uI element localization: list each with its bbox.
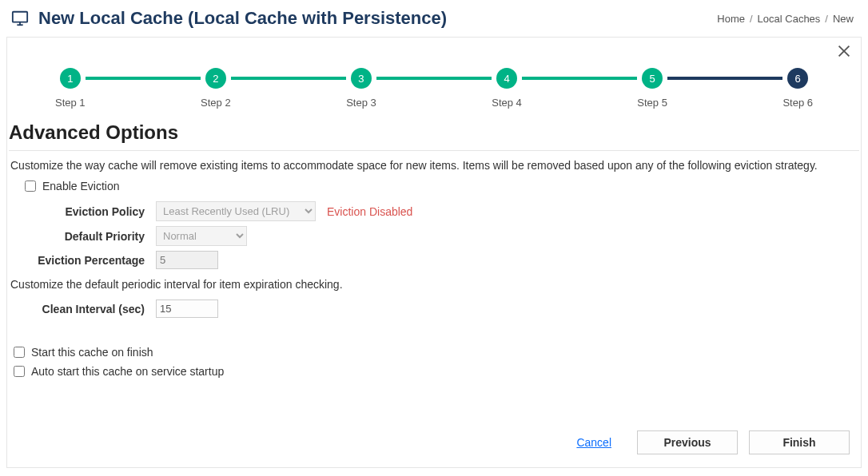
step-label: Step 3: [346, 97, 376, 109]
svg-rect-0: [13, 12, 27, 22]
step-label: Step 2: [201, 97, 231, 109]
finish-button[interactable]: Finish: [749, 430, 850, 454]
cancel-link[interactable]: Cancel: [576, 436, 611, 449]
step-6[interactable]: 6 Step 6: [782, 68, 813, 109]
eviction-policy-select[interactable]: Least Recently Used (LRU): [156, 201, 316, 221]
enable-eviction-row[interactable]: Enable Eviction: [10, 178, 858, 199]
step-connector: [376, 77, 492, 80]
form-content: Customize the way cache will remove exis…: [7, 159, 861, 383]
step-circle: 3: [351, 68, 372, 89]
breadcrumb-separator: /: [750, 13, 753, 25]
default-priority-label: Default Priority: [10, 230, 156, 243]
clean-interval-row: Clean Interval (sec): [10, 297, 858, 320]
step-5[interactable]: 5 Step 5: [637, 68, 667, 109]
breadcrumb: Home / Local Caches / New: [717, 13, 854, 25]
page-title: New Local Cache (Local Cache with Persis…: [38, 8, 447, 29]
step-label: Step 6: [782, 97, 813, 109]
breadcrumb-new: New: [833, 13, 854, 25]
step-2[interactable]: 2 Step 2: [201, 68, 231, 109]
start-on-finish-row[interactable]: Start this cache on finish: [10, 344, 858, 363]
section-title: Advanced Options: [9, 117, 859, 150]
start-on-finish-checkbox[interactable]: [14, 347, 25, 358]
eviction-description: Customize the way cache will remove exis…: [10, 159, 858, 172]
step-connector: [231, 77, 346, 80]
step-circle: 6: [787, 68, 808, 89]
start-on-finish-label: Start this cache on finish: [31, 346, 153, 359]
step-4[interactable]: 4 Step 4: [492, 68, 522, 109]
breadcrumb-home[interactable]: Home: [717, 13, 745, 25]
eviction-percentage-input[interactable]: [156, 251, 218, 269]
step-connector: [522, 77, 637, 80]
eviction-policy-row: Eviction Policy Least Recently Used (LRU…: [10, 199, 858, 224]
eviction-percentage-row: Eviction Percentage: [10, 248, 858, 272]
default-priority-select[interactable]: Normal: [156, 226, 247, 246]
clean-interval-input[interactable]: [156, 299, 218, 318]
monitor-icon: [11, 10, 29, 27]
step-circle: 5: [642, 68, 663, 89]
enable-eviction-label: Enable Eviction: [42, 180, 120, 192]
clean-interval-description: Customize the default periodic interval …: [10, 278, 858, 291]
auto-start-label: Auto start this cache on service startup: [31, 365, 224, 378]
step-connector: [86, 77, 201, 80]
close-button[interactable]: [835, 42, 853, 62]
eviction-percentage-label: Eviction Percentage: [10, 254, 156, 267]
step-circle: 2: [205, 68, 226, 89]
eviction-disabled-warning: Eviction Disabled: [327, 205, 412, 218]
enable-eviction-checkbox[interactable]: [25, 180, 36, 192]
step-circle: 4: [496, 68, 517, 89]
page-header: New Local Cache (Local Cache with Persis…: [0, 0, 868, 37]
step-3[interactable]: 3 Step 3: [346, 68, 376, 109]
step-1[interactable]: 1 Step 1: [55, 68, 86, 109]
step-connector: [667, 77, 782, 80]
step-circle: 1: [60, 68, 81, 89]
default-priority-row: Default Priority Normal: [10, 224, 858, 248]
eviction-policy-label: Eviction Policy: [10, 205, 156, 218]
breadcrumb-separator: /: [825, 13, 828, 25]
wizard-stepper: 1 Step 1 2 Step 2 3 Step 3 4 Step 4 5 St…: [7, 44, 861, 117]
auto-start-row[interactable]: Auto start this cache on service startup: [10, 363, 858, 383]
step-label: Step 4: [492, 97, 522, 109]
clean-interval-label: Clean Interval (sec): [10, 303, 156, 315]
breadcrumb-local-caches[interactable]: Local Caches: [758, 13, 821, 25]
wizard-panel: 1 Step 1 2 Step 2 3 Step 3 4 Step 4 5 St…: [6, 37, 862, 468]
step-label: Step 1: [55, 97, 86, 109]
previous-button[interactable]: Previous: [637, 430, 738, 454]
auto-start-checkbox[interactable]: [14, 366, 25, 377]
step-label: Step 5: [637, 97, 667, 109]
wizard-footer: Cancel Previous Finish: [7, 421, 861, 458]
divider: [9, 150, 859, 151]
